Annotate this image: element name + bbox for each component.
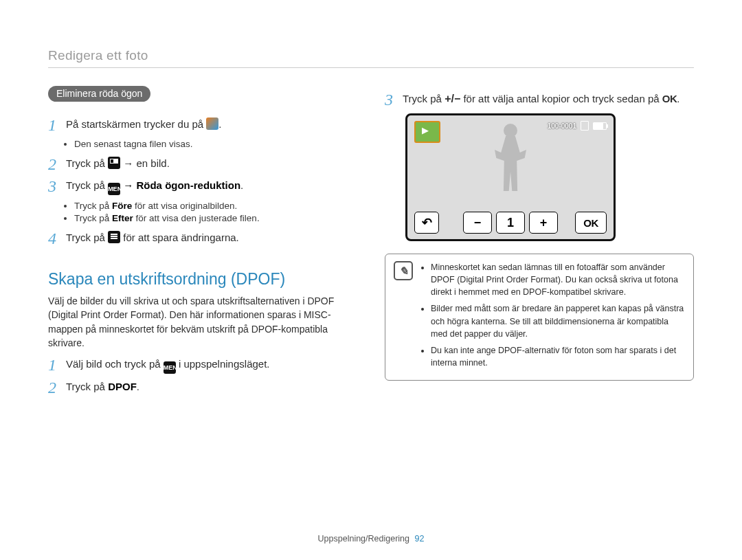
- note-item: Du kan inte ange DPOF-alternativ för fot…: [431, 344, 685, 369]
- thumbnail-icon: [108, 157, 120, 169]
- screen-back-button[interactable]: ↶: [414, 212, 439, 234]
- step-text: Tryck på +/− för att välja antal kopior …: [403, 91, 679, 107]
- save-icon: [108, 231, 120, 243]
- screen-minus-button[interactable]: −: [463, 212, 492, 234]
- step-number: 2: [48, 379, 66, 396]
- screen-thumbnail-icon: [414, 121, 440, 143]
- note-box: ✎ Minneskortet kan sedan lämnas till en …: [385, 254, 694, 381]
- step-text: Tryck på MENU → Röda ögon-reduktion.: [66, 178, 243, 195]
- step-text: Tryck på DPOF.: [66, 379, 139, 394]
- step-text: Tryck på för att spara ändringarna.: [66, 230, 239, 245]
- memory-card-icon: [581, 121, 589, 131]
- left-column: Eliminera röda ögon 1 På startskärmen tr…: [48, 86, 357, 401]
- screen-plus-button[interactable]: +: [529, 212, 558, 234]
- ok-glyph: OK: [662, 93, 677, 104]
- file-counter: 100-0001: [548, 122, 576, 130]
- home-app-icon: [206, 117, 218, 130]
- section-pill: Eliminera röda ögon: [48, 86, 150, 102]
- info-icon: ✎: [394, 261, 413, 280]
- person-silhouette: [495, 124, 526, 191]
- screen-status-bar: 100-0001: [548, 121, 607, 131]
- sub-bullet: Tryck på Efter för att visa den justerad…: [74, 213, 357, 223]
- sub-bullet: Tryck på Före för att visa originalbilde…: [74, 201, 357, 211]
- sub-bullet: Den senast tagna filen visas.: [74, 139, 357, 149]
- menu-icon: MENU: [164, 361, 176, 374]
- page-header: Redigera ett foto: [48, 48, 694, 68]
- camera-screen: 100-0001 ↶ − 1 + OK: [405, 113, 616, 241]
- battery-icon: [593, 122, 607, 130]
- section-heading: Skapa en utskriftsordning (DPOF): [48, 270, 357, 289]
- step-text: Tryck på → en bild.: [66, 156, 170, 170]
- right-column: 3 Tryck på +/− för att välja antal kopio…: [385, 86, 694, 401]
- page-footer: Uppspelning/Redigering 92: [0, 534, 742, 544]
- step-number: 2: [48, 156, 66, 172]
- step-number: 3: [48, 178, 66, 194]
- step-number: 1: [48, 357, 66, 373]
- note-item: Minneskortet kan sedan lämnas till en fo…: [431, 261, 685, 298]
- step-text: Välj bild och tryck på MENU i uppspelnin…: [66, 357, 270, 374]
- step-text: På startskärmen trycker du på .: [66, 117, 221, 131]
- step-number: 3: [385, 91, 403, 108]
- menu-icon: MENU: [108, 183, 120, 195]
- note-item: Bilder med mått som är bredare än papper…: [431, 302, 685, 339]
- plus-minus-glyph: +/−: [445, 93, 460, 104]
- step-number: 4: [48, 230, 66, 247]
- section-paragraph: Välj de bilder du vill skriva ut och spa…: [48, 294, 357, 350]
- step-number: 1: [48, 117, 66, 133]
- screen-ok-button[interactable]: OK: [575, 212, 607, 234]
- screen-value: 1: [496, 212, 525, 234]
